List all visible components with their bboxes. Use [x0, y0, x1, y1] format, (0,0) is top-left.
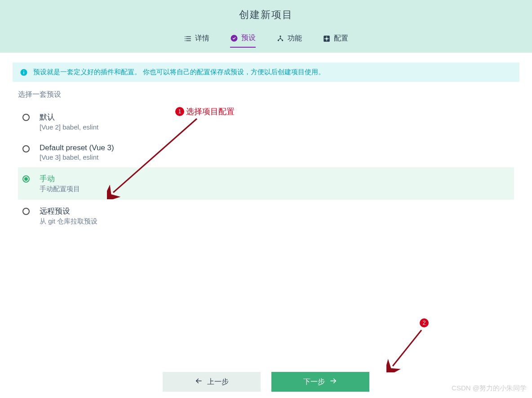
footer: 上一步 下一步: [0, 372, 532, 392]
section-title: 选择一套预设: [18, 90, 514, 99]
svg-rect-17: [23, 72, 24, 74]
svg-point-7: [279, 36, 281, 37]
preset-section: 选择一套预设 默认 [Vue 2] babel, eslint Default …: [0, 82, 532, 232]
preset-list: 默认 [Vue 2] babel, eslint Default preset …: [18, 106, 514, 232]
prev-button[interactable]: 上一步: [163, 372, 261, 392]
radio-icon: [22, 175, 30, 183]
preset-option-default[interactable]: 默认 [Vue 2] babel, eslint: [18, 106, 514, 137]
tab-features[interactable]: 功能: [276, 33, 302, 48]
prev-label: 上一步: [207, 377, 229, 387]
preset-title: 默认: [40, 112, 98, 122]
arrow-left-icon: [195, 377, 203, 387]
svg-line-20: [393, 330, 421, 366]
svg-rect-0: [185, 36, 186, 37]
info-icon: [20, 68, 28, 76]
info-text: 预设就是一套定义好的插件和配置。 你也可以将自己的配置保存成预设，方便以后创建项…: [33, 68, 325, 76]
tab-details[interactable]: 详情: [184, 33, 209, 48]
svg-point-11: [325, 37, 328, 40]
preset-subtitle: 手动配置项目: [40, 185, 80, 193]
tab-label: 详情: [195, 34, 209, 43]
tab-label: 配置: [334, 34, 348, 43]
preset-option-manual[interactable]: 手动 手动配置项目: [18, 167, 514, 200]
info-banner: 预设就是一套定义好的插件和配置。 你也可以将自己的配置保存成预设，方便以后创建项…: [13, 63, 519, 82]
preset-option-vue3[interactable]: Default preset (Vue 3) [Vue 3] babel, es…: [18, 137, 514, 167]
tab-presets[interactable]: 预设: [230, 33, 256, 48]
preset-option-remote[interactable]: 远程预设 从 git 仓库拉取预设: [18, 200, 514, 232]
preset-title: 手动: [40, 174, 80, 184]
page-title: 创建新项目: [0, 0, 532, 22]
list-icon: [184, 35, 192, 43]
radio-icon: [22, 114, 30, 121]
annotation-two: 2: [420, 318, 429, 327]
radio-icon: [22, 145, 30, 152]
svg-rect-2: [185, 38, 186, 39]
check-circle-icon: [230, 34, 238, 42]
next-button[interactable]: 下一步: [271, 372, 369, 392]
network-icon: [276, 35, 284, 43]
next-label: 下一步: [303, 377, 325, 387]
svg-rect-18: [23, 70, 24, 71]
svg-rect-4: [185, 40, 186, 41]
tabs: 详情 预设 功能 配置: [0, 33, 532, 48]
tab-config[interactable]: 配置: [323, 33, 348, 48]
preset-title: 远程预设: [40, 206, 98, 216]
svg-rect-5: [186, 40, 191, 41]
preset-subtitle: 从 git 仓库拉取预设: [40, 217, 98, 226]
header: 创建新项目 详情 预设 功能 配置: [0, 0, 532, 53]
arrow-two-icon: [386, 327, 427, 372]
radio-icon: [22, 208, 30, 215]
svg-rect-1: [186, 36, 191, 37]
arrow-right-icon: [329, 377, 337, 387]
preset-title: Default preset (Vue 3): [40, 143, 114, 152]
preset-subtitle: [Vue 3] babel, eslint: [40, 153, 114, 161]
svg-rect-3: [186, 38, 191, 39]
annotation-badge: 2: [420, 318, 429, 327]
tab-label: 功能: [288, 34, 302, 43]
tab-label: 预设: [241, 33, 256, 43]
gear-icon: [323, 35, 331, 43]
preset-subtitle: [Vue 2] babel, eslint: [40, 123, 98, 131]
